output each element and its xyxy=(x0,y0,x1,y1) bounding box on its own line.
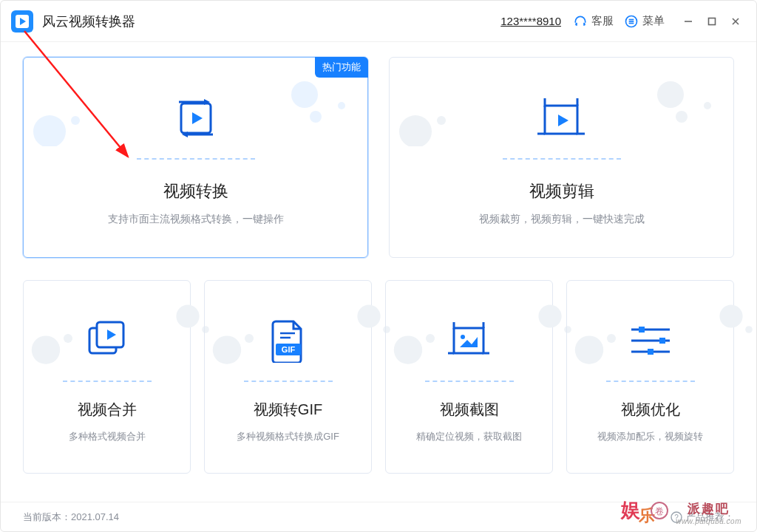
svg-point-21 xyxy=(399,115,432,146)
card-video-convert[interactable]: 热门功能 xyxy=(23,57,368,258)
main-content: 热门功能 xyxy=(1,42,756,502)
svg-point-13 xyxy=(71,116,80,125)
bottom-cards-row: 视频合并 多种格式视频合并 GIF xyxy=(23,280,734,474)
card-title: 视频合并 xyxy=(78,400,137,420)
svg-point-29 xyxy=(176,304,199,327)
card-video-optimize[interactable]: 视频优化 视频添加配乐，视频旋转 xyxy=(566,280,734,474)
svg-text:乐: 乐 xyxy=(638,506,655,525)
version-number: 2021.07.14 xyxy=(71,511,119,522)
svg-point-43 xyxy=(426,334,435,343)
card-desc: 多种视频格式转换成GIF xyxy=(237,430,339,443)
svg-point-46 xyxy=(461,335,465,339)
convert-icon xyxy=(170,89,222,148)
svg-point-27 xyxy=(32,335,60,364)
svg-point-42 xyxy=(394,335,422,364)
svg-point-48 xyxy=(575,335,603,364)
svg-point-35 xyxy=(245,334,254,343)
version-info: 当前版本：2021.07.14 xyxy=(23,511,119,524)
card-title: 视频截图 xyxy=(440,400,499,420)
svg-point-34 xyxy=(213,335,241,364)
svg-point-36 xyxy=(357,304,380,327)
crop-play-icon xyxy=(534,89,589,148)
svg-point-12 xyxy=(33,115,66,146)
user-id[interactable]: 123****8910 xyxy=(500,15,561,27)
card-video-screenshot[interactable]: 视频截图 精确定位视频，获取截图 xyxy=(385,280,553,474)
card-underline xyxy=(63,381,152,382)
svg-marker-18 xyxy=(192,112,203,124)
card-underline xyxy=(425,381,514,382)
svg-rect-53 xyxy=(639,327,645,332)
card-underline xyxy=(503,158,621,160)
info-icon: ? xyxy=(671,511,682,523)
top-cards-row: 热门功能 xyxy=(23,57,734,258)
menu-label: 菜单 xyxy=(642,14,665,28)
minimize-button[interactable] xyxy=(678,11,699,32)
menu-button[interactable]: 菜单 xyxy=(624,14,665,29)
screenshot-icon xyxy=(445,311,494,370)
svg-text:卷: 卷 xyxy=(655,506,664,516)
svg-point-62 xyxy=(651,502,668,519)
card-desc: 支持市面主流视频格式转换，一键操作 xyxy=(108,213,284,226)
version-prefix: 当前版本： xyxy=(23,511,71,522)
card-desc: 视频添加配乐，视频旋转 xyxy=(597,430,703,443)
hot-badge: 热门功能 xyxy=(315,57,368,78)
product-recommend[interactable]: ? 产品推荐： xyxy=(671,511,734,524)
svg-point-50 xyxy=(719,304,742,327)
svg-point-24 xyxy=(676,111,688,123)
card-underline xyxy=(606,381,695,382)
card-underline xyxy=(137,158,255,160)
recommend-label: 产品推荐： xyxy=(686,511,734,524)
card-title: 视频剪辑 xyxy=(529,180,594,202)
play-icon xyxy=(16,15,29,28)
svg-marker-26 xyxy=(558,115,568,126)
card-video-merge[interactable]: 视频合并 多种格式视频合并 xyxy=(23,280,191,474)
card-desc: 视频裁剪，视频剪辑，一键快速完成 xyxy=(479,213,645,226)
svg-point-14 xyxy=(291,81,318,108)
svg-rect-7 xyxy=(709,18,716,24)
menu-icon xyxy=(624,14,639,29)
title-bar: 风云视频转换器 123****8910 客服 xyxy=(1,1,756,42)
sliders-icon xyxy=(628,311,673,370)
card-title: 视频转换 xyxy=(163,180,228,202)
svg-point-15 xyxy=(310,111,322,123)
svg-point-22 xyxy=(437,116,446,125)
card-desc: 精确定位视频，获取截图 xyxy=(416,430,522,443)
footer-bar: 当前版本：2021.07.14 ? 产品推荐： 娱 乐 卷 派趣吧 www.pa… xyxy=(1,502,756,531)
card-video-edit[interactable]: 视频剪辑 视频裁剪，视频剪辑，一键快速完成 xyxy=(389,57,734,258)
card-title: 视频优化 xyxy=(621,400,680,420)
svg-rect-57 xyxy=(648,349,654,355)
svg-point-49 xyxy=(607,334,616,343)
svg-text:GIF: GIF xyxy=(281,345,295,354)
app-logo xyxy=(11,10,33,33)
svg-point-44 xyxy=(538,304,561,327)
app-title: 风云视频转换器 xyxy=(42,13,135,30)
minimize-icon xyxy=(683,16,693,27)
svg-point-25 xyxy=(704,102,711,109)
card-bg-bubbles xyxy=(205,281,409,369)
svg-text:娱: 娱 xyxy=(620,499,641,521)
app-window: 风云视频转换器 123****8910 客服 xyxy=(0,0,757,532)
close-button[interactable] xyxy=(725,11,746,32)
merge-icon xyxy=(85,311,129,370)
card-underline xyxy=(244,381,333,382)
headset-icon xyxy=(573,14,588,29)
svg-rect-55 xyxy=(659,338,665,344)
svg-text:?: ? xyxy=(674,513,679,521)
svg-point-23 xyxy=(657,81,684,108)
svg-point-51 xyxy=(745,326,753,333)
support-label: 客服 xyxy=(591,14,614,28)
svg-point-16 xyxy=(338,102,345,109)
support-button[interactable]: 客服 xyxy=(573,14,614,29)
maximize-icon xyxy=(707,16,717,27)
maximize-button[interactable] xyxy=(702,11,722,32)
gif-file-icon: GIF xyxy=(270,311,307,370)
close-icon xyxy=(730,16,741,27)
card-title: 视频转GIF xyxy=(254,400,322,420)
svg-point-28 xyxy=(64,334,72,343)
card-video-gif[interactable]: GIF 视频转GIF 多种视频格式转换成GIF xyxy=(204,280,372,474)
card-desc: 多种格式视频合并 xyxy=(69,430,146,443)
